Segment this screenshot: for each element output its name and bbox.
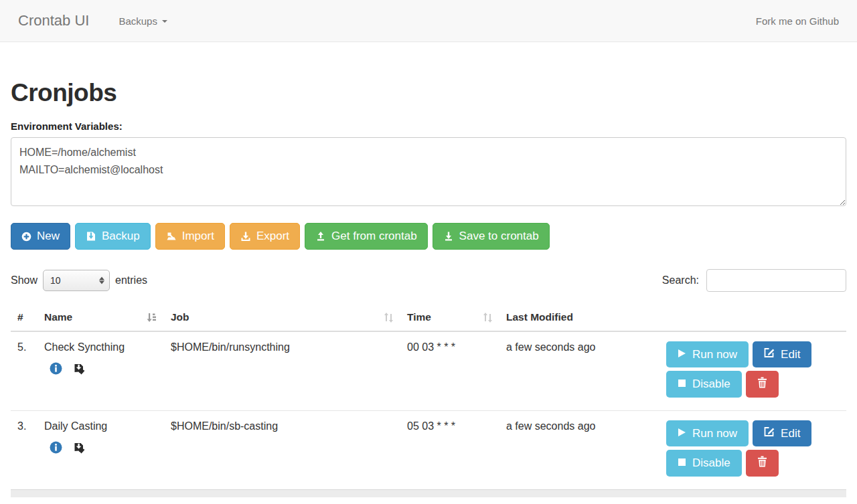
table-header-row: # Name Job — [11, 303, 846, 331]
header-index: # — [11, 303, 37, 331]
header-time[interactable]: Time — [400, 303, 499, 331]
entries-label: entries — [115, 274, 147, 286]
backup-button[interactable]: Backup — [75, 223, 151, 250]
play-icon — [678, 348, 686, 361]
floppy-save-icon — [86, 231, 96, 242]
download-line-icon — [443, 231, 454, 242]
env-variables-label: Environment Variables: — [11, 120, 846, 132]
save-to-crontab-button[interactable]: Save to crontab — [433, 223, 550, 250]
edit-button[interactable]: Edit — [753, 420, 811, 446]
backup-saved-icon[interactable] — [73, 442, 85, 456]
job-last-modified: a few seconds ago — [499, 411, 666, 490]
page-title: Cronjobs — [11, 79, 846, 107]
trash-icon — [757, 377, 767, 392]
show-label: Show — [11, 274, 37, 286]
info-icon[interactable] — [50, 362, 62, 377]
import-button[interactable]: Import — [155, 223, 225, 250]
table-row: 3. Daily Casting $HOME/bin/sb-casting 05… — [11, 411, 846, 490]
cronjobs-table: # Name Job — [11, 303, 846, 489]
download-icon — [240, 231, 251, 242]
import-button-label: Import — [182, 230, 214, 243]
page-size-select[interactable]: 10 — [43, 270, 110, 291]
export-button[interactable]: Export — [230, 223, 300, 250]
row-index: 3. — [11, 411, 37, 490]
run-now-button[interactable]: Run now — [666, 341, 749, 367]
job-last-modified: a few seconds ago — [499, 331, 666, 411]
get-from-crontab-button[interactable]: Get from crontab — [305, 223, 428, 250]
search-input[interactable] — [706, 269, 846, 292]
edit-icon — [764, 426, 775, 440]
job-time: 00 03 * * * — [400, 331, 499, 411]
delete-button[interactable] — [746, 450, 779, 477]
save-to-crontab-label: Save to crontab — [459, 230, 539, 243]
search-label: Search: — [662, 274, 699, 286]
disable-button[interactable]: Disable — [666, 450, 742, 477]
backups-menu-label: Backups — [119, 15, 157, 27]
chevron-down-icon — [162, 20, 167, 23]
export-button-label: Export — [256, 230, 289, 243]
job-time: 05 03 * * * — [400, 411, 499, 490]
env-variables-input[interactable]: HOME=/home/alchemist MAILTO=alchemist@lo… — [11, 137, 846, 206]
sort-both-icon — [384, 312, 394, 323]
stop-icon — [678, 377, 686, 391]
delete-button[interactable] — [746, 371, 779, 398]
job-command: $HOME/bin/runsyncthing — [164, 331, 400, 411]
job-command: $HOME/bin/sb-casting — [164, 411, 400, 490]
run-now-button[interactable]: Run now — [666, 420, 749, 446]
row-index: 5. — [11, 331, 37, 411]
backups-menu[interactable]: Backups — [119, 15, 167, 27]
sort-both-icon — [483, 312, 493, 323]
backup-button-label: Backup — [102, 230, 140, 243]
toolbar: New Backup Import Export Get from cronta — [11, 223, 846, 250]
job-name: Check Syncthing — [44, 341, 157, 353]
header-last-modified[interactable]: Last Modified — [499, 303, 666, 331]
get-from-crontab-label: Get from crontab — [331, 230, 417, 243]
job-name: Daily Casting — [44, 420, 157, 432]
play-icon — [678, 427, 686, 440]
header-actions — [666, 303, 846, 331]
backup-saved-icon[interactable] — [73, 363, 85, 377]
table-row: 5. Check Syncthing $HOME/bin/runsyncthin… — [11, 331, 846, 411]
table-controls: Show 10 entries Search: — [11, 269, 846, 292]
edit-icon — [764, 347, 775, 361]
navbar: Crontab UI Backups Fork me on Github — [0, 0, 857, 42]
plus-circle-icon — [21, 232, 31, 242]
trash-icon — [757, 456, 767, 471]
header-job[interactable]: Job — [164, 303, 400, 331]
edit-button[interactable]: Edit — [753, 341, 811, 367]
floppy-open-icon — [166, 231, 177, 242]
disable-button[interactable]: Disable — [666, 371, 742, 398]
app-brand[interactable]: Crontab UI — [18, 12, 89, 29]
header-name[interactable]: Name — [37, 303, 164, 331]
new-button-label: New — [37, 230, 60, 243]
next-row-partial — [11, 489, 846, 497]
fork-github-link[interactable]: Fork me on Github — [756, 15, 839, 27]
new-button[interactable]: New — [11, 223, 70, 250]
upload-icon — [315, 231, 326, 242]
sort-desc-icon — [146, 312, 157, 323]
stop-icon — [678, 456, 686, 470]
info-icon[interactable] — [50, 441, 62, 456]
